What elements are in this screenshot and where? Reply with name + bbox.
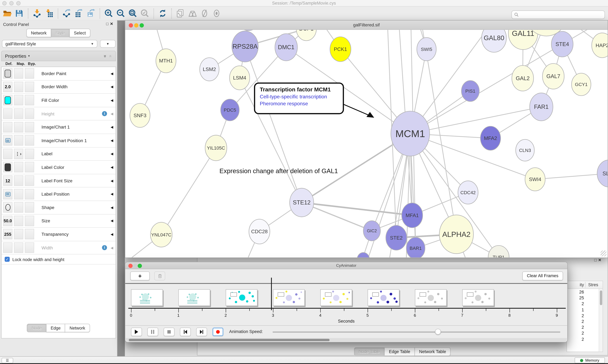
cyanimator-title-bar[interactable]: CyAnimator: [125, 262, 567, 269]
skip-start-button[interactable]: [180, 328, 191, 336]
info-icon[interactable]: i: [102, 111, 107, 116]
collapse-row-icon[interactable]: ◀: [111, 219, 113, 223]
style-options-button[interactable]: ▼: [100, 40, 116, 48]
close-panel-icon[interactable]: ✕: [598, 258, 603, 262]
playhead[interactable]: [271, 278, 272, 310]
style-select[interactable]: galFiltered Style▼: [2, 40, 97, 48]
table-cell[interactable]: 2: [567, 313, 584, 319]
property-row-border-paint[interactable]: Border Paint◀: [1, 67, 116, 80]
mapping-cell[interactable]: [14, 176, 23, 186]
slider-thumb[interactable]: [435, 329, 441, 335]
zoom-in-icon[interactable]: [103, 8, 115, 19]
property-row-size[interactable]: 50.0Size◀: [1, 214, 116, 228]
bypass-cell[interactable]: [25, 149, 34, 159]
table-cell[interactable]: 2: [567, 301, 584, 307]
default-value-cell[interactable]: [3, 149, 13, 159]
tab-edge[interactable]: Edge: [46, 324, 65, 332]
table-cell[interactable]: 1: [567, 307, 584, 313]
default-value-cell[interactable]: [3, 95, 13, 105]
tab-network[interactable]: Network: [65, 324, 90, 332]
table-cell[interactable]: 2: [567, 319, 584, 325]
tab-network-table[interactable]: Network Table: [415, 347, 451, 356]
bypass-cell[interactable]: [25, 68, 34, 79]
skip-end-button[interactable]: [196, 328, 207, 336]
table-cell[interactable]: 2: [567, 337, 584, 342]
default-value-cell[interactable]: [3, 189, 13, 199]
collapse-row-icon[interactable]: ◀: [111, 192, 113, 196]
collapse-row-icon[interactable]: ◀: [111, 246, 113, 249]
cyanimator-scrollbar[interactable]: [125, 338, 567, 341]
network-node-rps28b[interactable]: [236, 30, 261, 31]
mapping-cell[interactable]: [14, 108, 23, 119]
bypass-cell[interactable]: [25, 135, 34, 146]
table-scrollbar[interactable]: [599, 289, 602, 352]
property-row-width[interactable]: Widthi◀: [1, 241, 116, 255]
resize-grip[interactable]: [601, 250, 607, 256]
collapse-row-icon[interactable]: ◀: [111, 85, 113, 89]
default-value-cell[interactable]: [3, 202, 13, 213]
default-value-cell[interactable]: [3, 108, 13, 119]
mapping-cell[interactable]: ⋮›: [14, 149, 23, 159]
open-session-icon[interactable]: [1, 8, 13, 19]
import-table-icon[interactable]: [43, 8, 55, 19]
mapping-cell[interactable]: [14, 202, 23, 213]
info-icon[interactable]: i: [102, 245, 107, 250]
collapse-row-icon[interactable]: ◀: [111, 179, 113, 182]
task-history-button[interactable]: ☰: [1, 358, 13, 363]
mapping-cell[interactable]: [14, 122, 23, 132]
frame-thumbnail-5[interactable]: [368, 289, 400, 306]
collapse-row-icon[interactable]: ◀: [111, 125, 113, 129]
frame-thumbnail-2[interactable]: [226, 289, 257, 306]
bypass-cell[interactable]: [25, 122, 34, 132]
network-canvas[interactable]: RPS28BDCP1RPS28ADMC1PCK1SWI5MTH1LSM2LSM4…: [125, 30, 608, 258]
lock-checkbox[interactable]: ✓: [5, 257, 10, 262]
save-session-icon[interactable]: [13, 8, 25, 19]
frame-thumbnail-1[interactable]: [179, 289, 210, 306]
property-row-label[interactable]: ⋮›Label◀: [1, 147, 116, 161]
collapse-row-icon[interactable]: ◀: [111, 152, 113, 156]
memory-button[interactable]: Memory: [575, 357, 605, 363]
bypass-cell[interactable]: [25, 176, 34, 186]
record-button[interactable]: [212, 328, 223, 336]
float-panel-icon[interactable]: □: [594, 258, 598, 262]
collapse-row-icon[interactable]: ◀: [111, 206, 113, 209]
collapse-row-icon[interactable]: ◀: [111, 72, 113, 76]
tab-select[interactable]: Select: [69, 29, 90, 37]
mapping-cell[interactable]: [14, 68, 23, 79]
property-row-transparency[interactable]: 255Transparency◀: [1, 228, 116, 241]
search-field[interactable]: [511, 11, 605, 19]
mapping-cell[interactable]: [14, 95, 23, 105]
bypass-cell[interactable]: [25, 162, 34, 172]
property-row-label-color[interactable]: Label Color◀: [1, 161, 116, 174]
property-row-fill-color[interactable]: Fill Color◀: [1, 94, 116, 107]
mapping-cell[interactable]: [14, 82, 23, 92]
bypass-cell[interactable]: [25, 189, 34, 199]
frame-thumbnail-0[interactable]: [131, 289, 163, 306]
property-row-image-chart-1[interactable]: Image/Chart 1◀: [1, 121, 116, 134]
table-column-header[interactable]: ity: [567, 282, 584, 287]
default-value-cell[interactable]: [3, 135, 13, 146]
tab-node-table[interactable]: Node Table: [354, 347, 385, 356]
export-image-icon[interactable]: [85, 8, 97, 19]
animation-speed-slider[interactable]: [273, 331, 560, 333]
default-value-cell[interactable]: 2.0: [3, 82, 13, 92]
mapping-cell[interactable]: [14, 162, 23, 172]
property-row-label-position[interactable]: Label Position◀: [1, 188, 116, 201]
table-cell[interactable]: 26: [567, 290, 584, 296]
mapping-cell[interactable]: [14, 242, 23, 253]
default-value-cell[interactable]: [3, 68, 13, 79]
export-network-icon[interactable]: [61, 8, 73, 19]
export-table-icon[interactable]: [73, 8, 85, 19]
frame-thumbnail-3[interactable]: [273, 289, 305, 306]
bypass-cell[interactable]: [25, 82, 34, 92]
annotation-box[interactable]: Transcription factor MCM1 Cell-type-spec…: [254, 83, 344, 114]
table-cell[interactable]: 2: [567, 325, 584, 331]
import-network-icon[interactable]: [31, 8, 43, 19]
collapse-row-icon[interactable]: ◀: [111, 139, 113, 142]
bypass-cell[interactable]: [25, 202, 34, 213]
collapse-row-icon[interactable]: ◀: [111, 232, 113, 236]
default-value-cell[interactable]: 12: [3, 176, 13, 186]
tab-node[interactable]: Node: [27, 324, 46, 332]
property-row-label-font-size[interactable]: 12Label Font Size◀: [1, 174, 116, 188]
table-column-header[interactable]: Stres: [588, 282, 598, 287]
